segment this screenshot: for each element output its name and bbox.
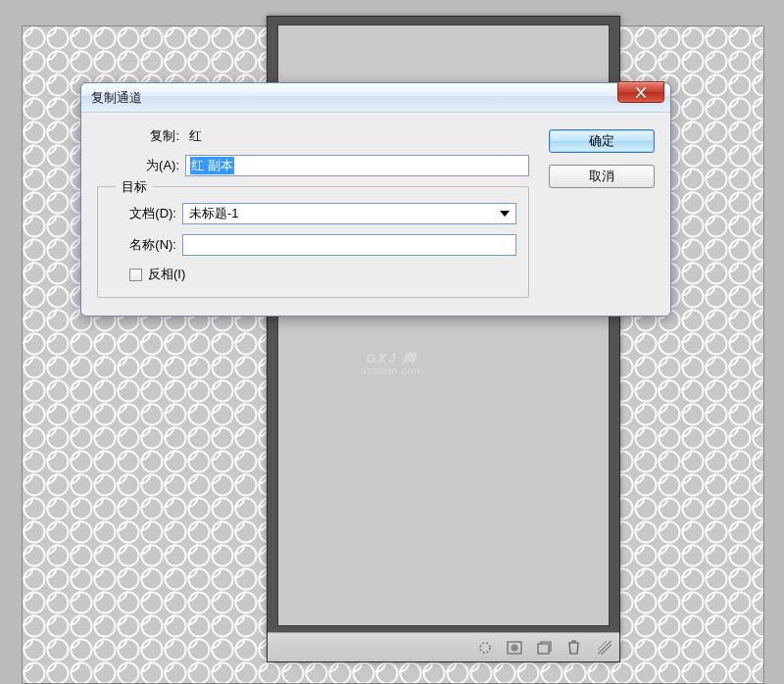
invert-checkbox[interactable] — [129, 269, 142, 281]
dialog-body: 复制: 红 为(A): 红 副本 目标 文档(D): 未标题-1 — [81, 113, 670, 316]
ok-button[interactable]: 确定 — [549, 129, 655, 153]
close-icon — [635, 87, 647, 98]
chevron-down-icon — [500, 211, 510, 217]
invert-label: 反相(I) — [148, 266, 185, 283]
name-input[interactable] — [182, 234, 516, 256]
document-label: 文档(D): — [110, 205, 182, 222]
loading-icon[interactable] — [476, 639, 494, 657]
copy-row: 复制: 红 — [97, 127, 529, 145]
target-legend: 目标 — [116, 178, 153, 196]
copy-label: 复制: — [97, 127, 185, 145]
cancel-button-label: 取消 — [589, 168, 614, 185]
svg-point-0 — [480, 643, 490, 653]
dialog-buttons: 确定 取消 — [549, 127, 655, 298]
svg-point-2 — [512, 644, 518, 651]
as-label: 为(A): — [97, 157, 185, 174]
panel-toolbar — [268, 632, 619, 661]
name-label: 名称(N): — [110, 236, 182, 254]
cancel-button[interactable]: 取消 — [549, 165, 655, 188]
as-row: 为(A): 红 副本 — [97, 155, 529, 176]
layer-mask-icon[interactable] — [506, 639, 523, 657]
close-button[interactable] — [617, 81, 664, 103]
document-row: 文档(D): 未标题-1 — [110, 203, 516, 224]
copy-source-value: 红 — [185, 127, 202, 145]
document-select[interactable]: 未标题-1 — [182, 203, 516, 224]
ok-button-label: 确定 — [589, 132, 614, 150]
dialog-title: 复制通道 — [91, 89, 142, 107]
form-area: 复制: 红 为(A): 红 副本 目标 文档(D): 未标题-1 — [97, 127, 529, 298]
target-fieldset: 目标 文档(D): 未标题-1 名称(N): — [97, 186, 529, 298]
dialog-titlebar[interactable]: 复制通道 — [81, 83, 670, 113]
svg-rect-3 — [538, 644, 549, 654]
new-channel-icon[interactable] — [535, 639, 553, 657]
trash-icon[interactable] — [564, 639, 582, 657]
duplicate-channel-dialog: 复制通道 复制: 红 为(A): 红 副本 目标 — [80, 82, 671, 317]
as-input-selection: 红 副本 — [190, 157, 234, 174]
invert-row[interactable]: 反相(I) — [129, 266, 516, 283]
as-input[interactable]: 红 副本 — [185, 155, 529, 176]
name-row: 名称(N): — [110, 234, 516, 256]
resize-grip-icon[interactable] — [598, 641, 612, 655]
document-select-value: 未标题-1 — [189, 205, 239, 222]
